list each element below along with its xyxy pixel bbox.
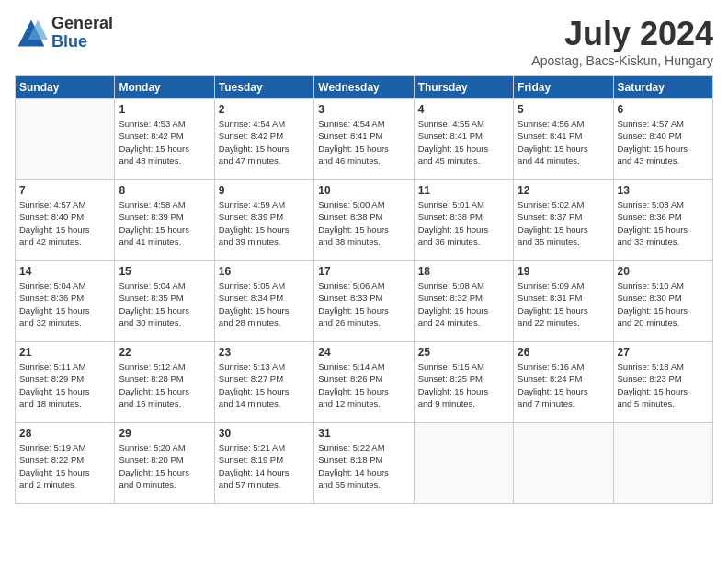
column-header-thursday: Thursday <box>414 76 513 99</box>
column-header-monday: Monday <box>115 76 214 99</box>
day-number: 7 <box>19 184 110 197</box>
day-number: 15 <box>119 265 210 278</box>
day-number: 3 <box>318 103 409 116</box>
day-number: 8 <box>119 184 210 197</box>
calendar-cell <box>514 423 613 504</box>
day-info: Sunrise: 5:13 AM Sunset: 8:27 PM Dayligh… <box>219 361 310 409</box>
day-number: 20 <box>618 265 709 278</box>
day-info: Sunrise: 4:56 AM Sunset: 8:41 PM Dayligh… <box>518 118 609 167</box>
day-info: Sunrise: 5:12 AM Sunset: 8:28 PM Dayligh… <box>119 361 210 409</box>
day-info: Sunrise: 4:57 AM Sunset: 8:40 PM Dayligh… <box>618 118 709 167</box>
month-title: July 2024 <box>531 15 713 53</box>
day-number: 17 <box>318 265 409 278</box>
day-number: 4 <box>418 103 509 116</box>
day-info: Sunrise: 5:09 AM Sunset: 8:31 PM Dayligh… <box>518 280 609 328</box>
page-header: General Blue July 2024 Apostag, Bacs-Kis… <box>15 15 713 68</box>
day-number: 6 <box>618 103 709 116</box>
day-number: 16 <box>219 265 310 278</box>
calendar-cell <box>613 423 712 504</box>
calendar-cell: 17Sunrise: 5:06 AM Sunset: 8:33 PM Dayli… <box>314 261 414 342</box>
calendar-cell: 29Sunrise: 5:20 AM Sunset: 8:20 PM Dayli… <box>115 423 214 504</box>
calendar-header-row: SundayMondayTuesdayWednesdayThursdayFrid… <box>16 76 713 99</box>
day-info: Sunrise: 5:19 AM Sunset: 8:22 PM Dayligh… <box>19 442 110 490</box>
column-header-sunday: Sunday <box>16 76 115 99</box>
day-info: Sunrise: 4:54 AM Sunset: 8:42 PM Dayligh… <box>219 118 310 167</box>
day-info: Sunrise: 4:54 AM Sunset: 8:41 PM Dayligh… <box>318 118 409 167</box>
day-info: Sunrise: 5:01 AM Sunset: 8:38 PM Dayligh… <box>418 199 509 247</box>
day-number: 27 <box>618 346 709 359</box>
calendar-cell: 4Sunrise: 4:55 AM Sunset: 8:41 PM Daylig… <box>414 99 513 180</box>
day-number: 1 <box>119 103 210 116</box>
logo-blue: Blue <box>51 33 113 52</box>
day-number: 9 <box>219 184 310 197</box>
calendar-cell: 19Sunrise: 5:09 AM Sunset: 8:31 PM Dayli… <box>514 261 613 342</box>
day-info: Sunrise: 5:20 AM Sunset: 8:20 PM Dayligh… <box>119 442 210 490</box>
calendar-cell: 11Sunrise: 5:01 AM Sunset: 8:38 PM Dayli… <box>414 180 513 261</box>
day-info: Sunrise: 5:08 AM Sunset: 8:32 PM Dayligh… <box>418 280 509 328</box>
day-number: 10 <box>318 184 409 197</box>
day-info: Sunrise: 5:16 AM Sunset: 8:24 PM Dayligh… <box>518 361 609 409</box>
day-number: 29 <box>119 427 210 440</box>
calendar-cell: 26Sunrise: 5:16 AM Sunset: 8:24 PM Dayli… <box>514 342 613 423</box>
day-info: Sunrise: 5:00 AM Sunset: 8:38 PM Dayligh… <box>318 199 409 247</box>
week-row-4: 21Sunrise: 5:11 AM Sunset: 8:29 PM Dayli… <box>16 342 713 423</box>
calendar-cell: 2Sunrise: 4:54 AM Sunset: 8:42 PM Daylig… <box>214 99 313 180</box>
location: Apostag, Bacs-Kiskun, Hungary <box>531 53 713 68</box>
logo-icon <box>15 17 48 50</box>
day-number: 2 <box>219 103 310 116</box>
calendar-cell: 18Sunrise: 5:08 AM Sunset: 8:32 PM Dayli… <box>414 261 513 342</box>
calendar-cell: 13Sunrise: 5:03 AM Sunset: 8:36 PM Dayli… <box>613 180 712 261</box>
logo-text: General Blue <box>51 15 113 52</box>
day-number: 26 <box>518 346 609 359</box>
calendar-cell: 9Sunrise: 4:59 AM Sunset: 8:39 PM Daylig… <box>214 180 313 261</box>
calendar-cell: 16Sunrise: 5:05 AM Sunset: 8:34 PM Dayli… <box>214 261 313 342</box>
calendar-cell: 28Sunrise: 5:19 AM Sunset: 8:22 PM Dayli… <box>16 423 115 504</box>
column-header-tuesday: Tuesday <box>214 76 313 99</box>
day-number: 22 <box>119 346 210 359</box>
day-info: Sunrise: 4:57 AM Sunset: 8:40 PM Dayligh… <box>19 199 110 247</box>
day-number: 14 <box>19 265 110 278</box>
day-number: 19 <box>518 265 609 278</box>
calendar-cell <box>414 423 513 504</box>
calendar-cell: 3Sunrise: 4:54 AM Sunset: 8:41 PM Daylig… <box>314 99 414 180</box>
day-number: 13 <box>618 184 709 197</box>
day-number: 18 <box>418 265 509 278</box>
day-info: Sunrise: 5:22 AM Sunset: 8:18 PM Dayligh… <box>318 442 409 490</box>
day-info: Sunrise: 5:03 AM Sunset: 8:36 PM Dayligh… <box>618 199 709 247</box>
day-info: Sunrise: 4:55 AM Sunset: 8:41 PM Dayligh… <box>418 118 509 167</box>
column-header-saturday: Saturday <box>613 76 712 99</box>
day-info: Sunrise: 5:11 AM Sunset: 8:29 PM Dayligh… <box>19 361 110 409</box>
day-info: Sunrise: 5:04 AM Sunset: 8:35 PM Dayligh… <box>119 280 210 328</box>
day-info: Sunrise: 5:04 AM Sunset: 8:36 PM Dayligh… <box>19 280 110 328</box>
calendar-cell: 8Sunrise: 4:58 AM Sunset: 8:39 PM Daylig… <box>115 180 214 261</box>
day-number: 23 <box>219 346 310 359</box>
calendar-cell: 20Sunrise: 5:10 AM Sunset: 8:30 PM Dayli… <box>613 261 712 342</box>
day-number: 25 <box>418 346 509 359</box>
day-number: 21 <box>19 346 110 359</box>
calendar-cell <box>16 99 115 180</box>
column-header-wednesday: Wednesday <box>314 76 414 99</box>
week-row-1: 1Sunrise: 4:53 AM Sunset: 8:42 PM Daylig… <box>16 99 713 180</box>
day-info: Sunrise: 5:06 AM Sunset: 8:33 PM Dayligh… <box>318 280 409 328</box>
calendar-cell: 27Sunrise: 5:18 AM Sunset: 8:23 PM Dayli… <box>613 342 712 423</box>
logo: General Blue <box>15 15 113 52</box>
day-info: Sunrise: 5:18 AM Sunset: 8:23 PM Dayligh… <box>618 361 709 409</box>
title-section: July 2024 Apostag, Bacs-Kiskun, Hungary <box>531 15 713 68</box>
day-number: 30 <box>219 427 310 440</box>
calendar-cell: 5Sunrise: 4:56 AM Sunset: 8:41 PM Daylig… <box>514 99 613 180</box>
column-header-friday: Friday <box>514 76 613 99</box>
calendar-cell: 25Sunrise: 5:15 AM Sunset: 8:25 PM Dayli… <box>414 342 513 423</box>
week-row-5: 28Sunrise: 5:19 AM Sunset: 8:22 PM Dayli… <box>16 423 713 504</box>
calendar-cell: 23Sunrise: 5:13 AM Sunset: 8:27 PM Dayli… <box>214 342 313 423</box>
calendar-cell: 24Sunrise: 5:14 AM Sunset: 8:26 PM Dayli… <box>314 342 414 423</box>
day-number: 31 <box>318 427 409 440</box>
calendar-cell: 15Sunrise: 5:04 AM Sunset: 8:35 PM Dayli… <box>115 261 214 342</box>
day-info: Sunrise: 5:10 AM Sunset: 8:30 PM Dayligh… <box>618 280 709 328</box>
day-info: Sunrise: 4:53 AM Sunset: 8:42 PM Dayligh… <box>119 118 210 167</box>
day-number: 11 <box>418 184 509 197</box>
calendar-cell: 7Sunrise: 4:57 AM Sunset: 8:40 PM Daylig… <box>16 180 115 261</box>
calendar-table: SundayMondayTuesdayWednesdayThursdayFrid… <box>15 75 713 504</box>
day-info: Sunrise: 5:02 AM Sunset: 8:37 PM Dayligh… <box>518 199 609 247</box>
day-number: 12 <box>518 184 609 197</box>
calendar-cell: 12Sunrise: 5:02 AM Sunset: 8:37 PM Dayli… <box>514 180 613 261</box>
